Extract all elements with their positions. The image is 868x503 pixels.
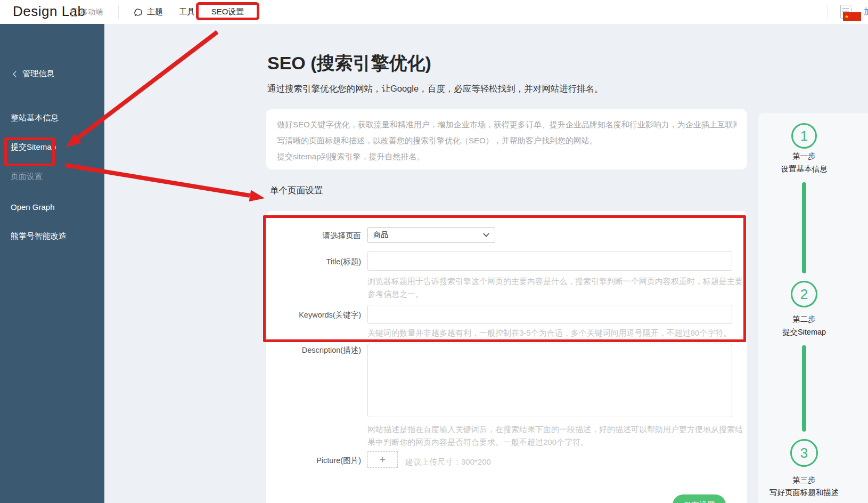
sidebar-item-page-settings[interactable]: 页面设置 [11, 172, 43, 182]
title-input[interactable] [367, 251, 732, 271]
language-doc-flag-icon[interactable] [839, 5, 857, 21]
theme-icon [133, 7, 143, 17]
topbar-divider-right [827, 5, 828, 19]
title-hint: 浏览器标题用于告诉搜索引擎这个网页的主要内容是什么，搜索引擎判断一个网页内容权重… [367, 275, 747, 301]
title-field-label: Title(标题) [234, 257, 361, 267]
annotation-arrow-2-head [249, 190, 265, 202]
sidebar-item-xiongzhang[interactable]: 熊掌号智能改造 [11, 231, 67, 241]
step-3-number: 3 [800, 445, 808, 461]
description-textarea[interactable] [367, 344, 732, 417]
tab-seo-label: SEO设置 [211, 7, 244, 17]
tab-seo-settings[interactable]: SEO设置 [196, 0, 259, 24]
intro-line-2: 写清晰的页面标题和描述，以改善您的搜索引擎优化（SEO），并帮助客户找到您的网站… [277, 133, 736, 149]
step-3-desc: 写好页面标题和描述 [751, 488, 857, 498]
step-1-circle: 1 [791, 123, 817, 149]
page-select[interactable]: 商品 [367, 227, 495, 243]
mobile-preview-toggle[interactable]: 移动端 [71, 7, 103, 17]
description-hint: 网站描述是指在百度输入关键词后，在搜索结果下面的一段描述，好的描述可以帮助用户更… [367, 423, 747, 449]
plus-icon: + [380, 454, 386, 466]
page-title: SEO (搜索引擎优化) [267, 51, 431, 76]
step-3-circle: 3 [790, 439, 818, 467]
picture-upload-button[interactable]: + [367, 451, 398, 468]
picture-hint: 建议上传尺寸：300*200 [405, 456, 565, 468]
sidebar-item-submit-sitemap[interactable]: 提交Sitemap [11, 142, 56, 152]
phone-icon [71, 8, 77, 17]
page: Design Lab 移动端 主题 工具 SEO设置 加 [0, 0, 868, 503]
tab-tools-label: 工具 [179, 7, 195, 17]
step-2-desc: 提交Sitemap [751, 327, 857, 337]
step-2-label: 第二步 [751, 314, 857, 324]
language-label-partial: 加 [864, 6, 868, 18]
step-2-number: 2 [800, 286, 808, 303]
sidebar-back-label: 管理信息 [22, 69, 54, 79]
picture-field-label: Picture(图片) [234, 456, 361, 466]
save-settings-button[interactable]: 保存设置 [673, 494, 726, 503]
step-1-number: 1 [800, 128, 808, 144]
page-select-value: 商品 [373, 230, 388, 240]
intro-line-1: 做好SEO关键字优化，获取流量和精准用户，增加企业市场，获得更多订单、提升企业品… [277, 117, 736, 133]
description-field-label: Description(描述) [234, 345, 361, 355]
step-1-desc: 设置基本信息 [751, 164, 857, 174]
tab-theme[interactable]: 主题 [133, 0, 163, 24]
sidebar-back-manage-info[interactable]: 管理信息 [14, 69, 54, 79]
sidebar-item-open-graph[interactable]: Open Graph [11, 202, 55, 212]
tab-tools[interactable]: 工具 [179, 0, 195, 24]
step-connector-1 [802, 182, 806, 273]
china-flag-icon [843, 12, 861, 21]
tab-theme-label: 主题 [147, 7, 163, 17]
topbar: Design Lab 移动端 主题 工具 SEO设置 加 [0, 0, 868, 24]
sidebar-item-site-basic-info[interactable]: 整站基本信息 [11, 113, 59, 123]
step-3-label: 第三步 [751, 475, 857, 485]
page-select-label: 请选择页面 [234, 231, 361, 241]
page-subtitle: 通过搜索引擎优化您的网站，让Google，百度，必应等轻松找到，并对网站进行排名… [267, 83, 603, 95]
keywords-hint: 关键词的数量并非越多越有利，一般控制在3-5个为合适，多个关键词间用逗号隔开，不… [367, 327, 747, 339]
step-2-circle: 2 [791, 281, 817, 307]
chevron-down-icon [483, 233, 489, 237]
sidebar: 管理信息 整站基本信息 提交Sitemap 页面设置 Open Graph 熊掌… [0, 24, 104, 503]
mobile-label: 移动端 [80, 7, 103, 17]
keywords-input[interactable] [367, 305, 732, 324]
seo-intro-card: 做好SEO关键字优化，获取流量和精准用户，增加企业市场，获得更多订单、提升企业品… [266, 109, 747, 169]
chevron-left-icon [13, 71, 19, 77]
topbar-divider [118, 5, 119, 19]
step-1-label: 第一步 [751, 151, 857, 161]
keywords-field-label: Keywords(关键字) [234, 310, 361, 320]
section-title-single-page: 单个页面设置 [270, 185, 323, 197]
step-connector-2 [802, 345, 806, 432]
intro-line-3: 提交sitemap到搜索引擎，提升自然排名。 [277, 149, 736, 165]
